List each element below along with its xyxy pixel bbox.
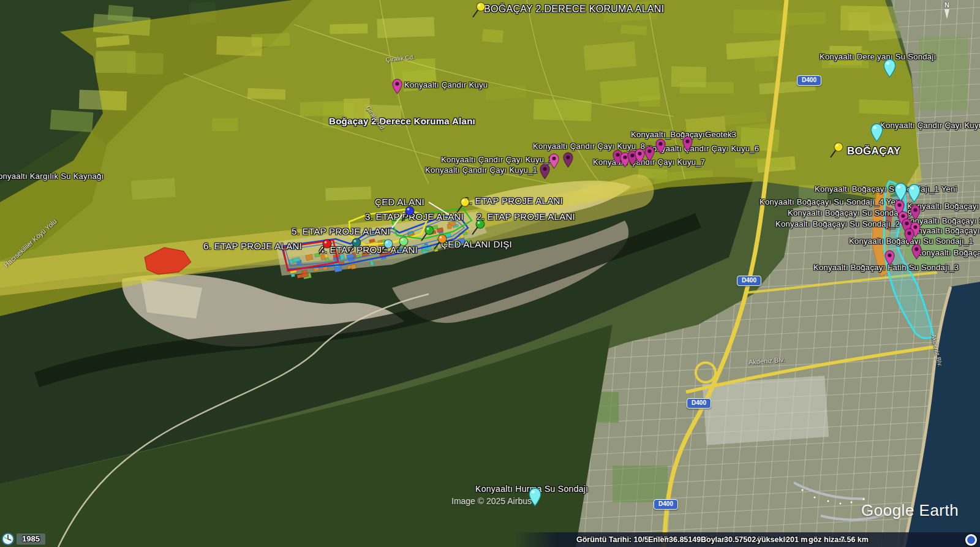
placemark-label[interactable]: 2. ETAP PROJE ALANI (477, 212, 575, 222)
placemark-pin-icon[interactable] (884, 250, 895, 268)
placemark-pin-icon[interactable] (655, 138, 666, 157)
placemark-label[interactable]: Konyaaltı Boğaçayı Su Sondajı_9 (788, 209, 912, 217)
road-name-label: Akdeniz Blv. (748, 356, 785, 366)
placemark-label[interactable]: Konyaaltı Çandır Kuyu (404, 81, 488, 89)
pushpin-marker-icon[interactable] (393, 236, 409, 255)
road-shield-d400: D400 (797, 75, 821, 86)
pushpin-marker-icon[interactable] (378, 239, 394, 258)
placemark-pin-icon[interactable] (549, 153, 559, 172)
placemark-label[interactable]: Konyaaltı Çandır Çayı Kuyu_ (880, 121, 980, 130)
compass-needle-icon (944, 9, 949, 19)
pushpin-marker-icon[interactable] (346, 238, 362, 257)
pushpin-marker-icon[interactable] (432, 234, 448, 253)
placemark-pin-icon[interactable] (635, 148, 645, 167)
historical-imagery-clock-icon[interactable] (1, 532, 15, 546)
status-eye-alt-value: 7.56 km (840, 535, 869, 544)
placemark-pin-icon[interactable] (644, 146, 655, 164)
road-shield-d400: D400 (687, 398, 711, 409)
placemark-label[interactable]: BOĞAÇAY 2.DERECE KORUMA ALANI (484, 4, 664, 15)
placemark-label[interactable]: Konyaaltı Boğaçayı Su Sondajı_2 (775, 220, 900, 228)
road-name-label: Akdeniz Blv. (930, 333, 944, 367)
pushpin-marker-icon[interactable] (317, 239, 333, 258)
compass[interactable]: N (941, 1, 953, 19)
status-eye-alt-label: göz hizası (809, 535, 845, 544)
placemark-pin-icon[interactable] (540, 164, 550, 182)
road-name-label: Hacısekililer Köyü Yolu (2, 217, 58, 268)
pushpin-marker-icon[interactable] (470, 2, 486, 21)
google-earth-viewport[interactable]: BOĞAÇAY 2.DERECE KORUMA ALANIKonyaaltı Ç… (0, 0, 980, 547)
placemark-label[interactable]: Konyaaltı Boğaça (916, 249, 980, 257)
placemark-label[interactable]: Konyaaltı Kargılık Su Kaynağı (0, 172, 104, 181)
water-well-marker-icon[interactable] (870, 123, 884, 145)
placemark-label[interactable]: Konyaaltı Çandır Çayı Kuyu_2 (441, 156, 553, 164)
placemark-label[interactable]: Konyaaltı Boğaçayı Su Sondajı_1 Yeni (815, 185, 957, 194)
placemark-label[interactable]: Konyaaltı Çandır Çayı Kuyu_1 (425, 166, 537, 175)
google-earth-logo: Google Earth (861, 501, 959, 520)
placemark-pin-icon[interactable] (682, 136, 693, 154)
pushpin-marker-icon[interactable] (470, 219, 486, 238)
water-well-marker-icon[interactable] (907, 184, 921, 205)
road-name-label: Çıralık Cd. (385, 53, 415, 63)
road-shield-d400: D400 (737, 276, 761, 286)
placemark-pin-icon[interactable] (392, 78, 402, 97)
placemark-pin-icon[interactable] (911, 244, 922, 262)
placemark-overlay: BOĞAÇAY 2.DERECE KORUMA ALANIKonyaaltı Ç… (0, 0, 980, 547)
water-well-marker-icon[interactable] (894, 183, 908, 204)
placemark-label[interactable]: BOĞAÇAY (847, 146, 900, 157)
status-lat-label: Enlem (648, 535, 671, 544)
road-shield-d400: D400 (654, 499, 678, 510)
placemark-label[interactable]: Konyaaltı Boğaçayı Su Sondajı_4 Yeni (760, 198, 902, 206)
placemark-label[interactable]: ÇED ALANI DIŞI (441, 240, 512, 250)
status-elev-value: 201 m (786, 535, 807, 544)
pushpin-marker-icon[interactable] (828, 142, 844, 161)
pushpin-marker-icon[interactable] (454, 197, 470, 216)
imagery-attribution: Image © 2025 Airbus (451, 496, 532, 506)
placemark-label[interactable]: 1. ETAP PROJE ALANI (464, 196, 563, 206)
placemark-label[interactable]: Boğaçay 2.Derece Koruma Alanı (329, 116, 475, 127)
placemark-label[interactable]: 5. ETAP PROJE ALANI (292, 227, 390, 237)
streaming-indicator-icon (965, 534, 977, 546)
historical-imagery-year[interactable]: 1985 (17, 534, 45, 545)
pushpin-marker-icon[interactable] (399, 206, 415, 225)
placemark-pin-icon[interactable] (563, 152, 573, 170)
water-well-marker-icon[interactable] (883, 59, 897, 80)
placemark-label[interactable]: Konyaaltı Dere yanı Su Sondajı (820, 53, 936, 61)
placemark-label[interactable]: 6. ETAP PROJE ALANI (203, 241, 302, 252)
compass-n-label: N (944, 1, 949, 9)
